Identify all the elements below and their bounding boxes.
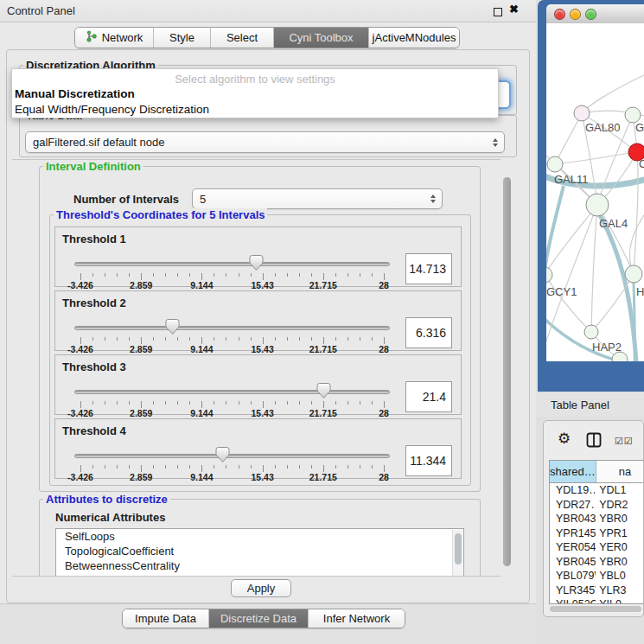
threshold-value-field[interactable]: 11.344 xyxy=(405,445,452,476)
table-data-combobox[interactable]: galFiltered.sif default node xyxy=(25,131,505,153)
table-row[interactable]: YIL052CYIL0 xyxy=(550,597,644,604)
threshold-value-field[interactable]: 14.713 xyxy=(405,253,452,284)
tick-mark xyxy=(299,465,300,469)
cell-shared-name[interactable]: YIL052C xyxy=(550,597,596,604)
cell-shared-name[interactable]: YPR145W xyxy=(550,526,596,541)
tick-mark xyxy=(335,465,336,469)
slider-thumb[interactable] xyxy=(249,254,264,271)
slider-track[interactable] xyxy=(74,454,390,458)
cell-name[interactable]: YBR0 xyxy=(596,512,644,526)
tick-mark xyxy=(360,465,360,469)
threshold-value-field[interactable]: 6.316 xyxy=(405,317,452,348)
node-label-HAP2: HAP2 xyxy=(592,341,622,354)
slider-thumb[interactable] xyxy=(316,382,331,399)
network-node-GAL80[interactable] xyxy=(574,105,590,121)
gear-icon[interactable]: ⚙ xyxy=(558,431,571,446)
table-row[interactable]: YLR345WYLR3 xyxy=(550,583,644,598)
close-icon[interactable]: ✖ xyxy=(509,3,519,16)
threshold-list: Threshold 1 -3.4262.8599.14415.4321.7152… xyxy=(54,226,462,482)
table-row[interactable]: YBR043CYBR0 xyxy=(550,512,644,526)
column-header-shared-name[interactable]: shared… xyxy=(550,461,596,482)
tick-mark xyxy=(323,337,324,344)
table-row[interactable]: YPR145WYPR1 xyxy=(550,526,644,541)
numerical-attributes-label: Numerical Attributes xyxy=(55,511,165,524)
tick-mark xyxy=(384,465,385,472)
bottom-tab-infer-network[interactable]: Infer Network xyxy=(308,609,405,628)
table-row[interactable]: YER054CYER0 xyxy=(550,540,644,555)
table-row[interactable]: YDL19…YDL1 xyxy=(550,483,644,498)
attribute-list-item[interactable]: SelfLoops xyxy=(56,529,463,544)
main-scrollbar-thumb[interactable] xyxy=(503,177,511,566)
tab-cyni-toolbox[interactable]: Cyni Toolbox xyxy=(273,28,368,48)
tick-mark xyxy=(263,337,264,344)
cell-name[interactable]: YBR0 xyxy=(596,555,644,570)
red-traffic-light-icon[interactable] xyxy=(554,9,565,20)
network-node-H[interactable] xyxy=(625,265,642,283)
algorithm-option-1[interactable]: Manual Discretization xyxy=(15,87,135,100)
slider-thumb[interactable] xyxy=(165,318,180,335)
network-window-titlebar[interactable] xyxy=(546,4,644,23)
network-node-GAL4[interactable] xyxy=(586,194,609,216)
list-scrollbar-thumb[interactable] xyxy=(455,533,462,564)
cell-shared-name[interactable]: YLR345W xyxy=(550,583,596,598)
network-node-GCY1[interactable] xyxy=(546,267,552,283)
cell-shared-name[interactable]: YDR27… xyxy=(550,498,596,513)
threshold-value-field[interactable]: 21.4 xyxy=(405,381,452,412)
cell-name[interactable]: YLR3 xyxy=(596,583,644,598)
tick-mark xyxy=(165,337,166,341)
tab-jactivemnodules[interactable]: jActiveMNodules xyxy=(368,28,459,48)
list-scrollbar[interactable] xyxy=(452,530,462,577)
cell-shared-name[interactable]: YBR043C xyxy=(550,512,596,526)
network-node-HAP2[interactable] xyxy=(584,325,598,339)
attribute-list-item[interactable]: TopologicalCoefficient xyxy=(56,544,463,558)
table-hscrollbar[interactable] xyxy=(549,605,644,613)
cell-name[interactable]: YER0 xyxy=(596,540,644,555)
cell-shared-name[interactable]: YDL19… xyxy=(550,483,596,498)
tab-network[interactable]: Network xyxy=(75,28,153,48)
tick-mark xyxy=(384,273,385,280)
slider-track[interactable] xyxy=(74,390,390,394)
tick-mark xyxy=(153,337,154,341)
table-panel: ⚙ ☑☑ shared… na YDL19…YDL1YDR27…YDR2YBR0… xyxy=(543,420,644,617)
tab-select[interactable]: Select xyxy=(210,28,273,48)
bottom-tab-discretize-data[interactable]: Discretize Data xyxy=(208,609,308,628)
tick-mark xyxy=(311,337,312,341)
cell-name[interactable]: YBL0 xyxy=(596,569,644,583)
attributes-group-title: Attributes to discretize xyxy=(43,493,170,506)
cell-shared-name[interactable]: YBR045C xyxy=(550,555,596,570)
tick-mark xyxy=(129,337,130,341)
slider-track[interactable] xyxy=(74,262,390,266)
tick-mark xyxy=(92,401,93,405)
cell-name[interactable]: YIL0 xyxy=(596,597,644,604)
table-hscrollbar-thumb[interactable] xyxy=(550,606,641,612)
bottom-tab-label: Discretize Data xyxy=(220,612,296,625)
columns-icon[interactable] xyxy=(586,432,602,448)
table-row[interactable]: YBL079WYBL0 xyxy=(550,569,644,583)
algorithm-option-2[interactable]: Equal Width/Frequency Discretization xyxy=(15,103,209,116)
network-canvas[interactable]: GAL80GACGAL11GAL4GCY1HHAP2 xyxy=(546,23,644,361)
apply-button[interactable]: Apply xyxy=(231,579,291,597)
table-row[interactable]: YBR045CYBR0 xyxy=(550,555,644,570)
table-row[interactable]: YDR27…YDR2 xyxy=(550,498,644,513)
number-of-intervals-combobox[interactable]: 5 xyxy=(192,188,443,209)
slider-ticks xyxy=(80,401,384,408)
slider-thumb[interactable] xyxy=(215,446,230,463)
float-window-icon[interactable] xyxy=(494,8,502,16)
bottom-tab-impute-data[interactable]: Impute Data xyxy=(123,609,208,628)
cell-name[interactable]: YDR2 xyxy=(596,498,644,513)
network-node-GAL11[interactable] xyxy=(547,156,563,172)
threshold-row: Threshold 4 -3.4262.8599.14415.4321.7152… xyxy=(54,418,462,479)
tick-mark xyxy=(360,401,360,405)
checkbox-filter-icons[interactable]: ☑☑ xyxy=(615,436,634,447)
cell-name[interactable]: YDL1 xyxy=(596,483,644,498)
column-header-name[interactable]: na xyxy=(596,461,644,482)
combo-spinner-icon xyxy=(493,138,498,147)
tab-style[interactable]: Style xyxy=(153,28,210,48)
yellow-traffic-light-icon[interactable] xyxy=(570,9,581,20)
cell-shared-name[interactable]: YBL079W xyxy=(550,569,596,583)
cell-shared-name[interactable]: YER054C xyxy=(550,540,596,555)
attribute-list-item[interactable]: BetweennessCentrality xyxy=(56,558,463,573)
cell-name[interactable]: YPR1 xyxy=(596,526,644,541)
green-traffic-light-icon[interactable] xyxy=(585,9,596,20)
slider-track[interactable] xyxy=(74,326,390,330)
